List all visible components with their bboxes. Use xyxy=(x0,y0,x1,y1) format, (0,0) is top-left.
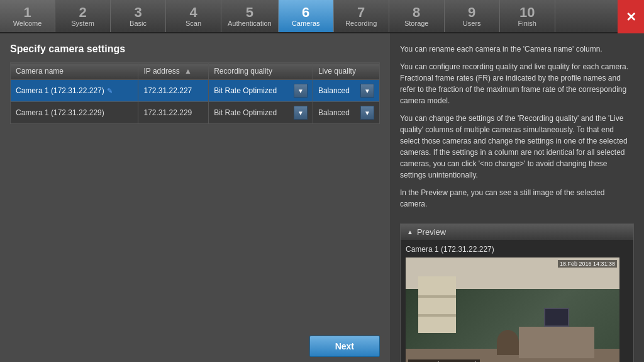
col-header-live-quality[interactable]: Live quality xyxy=(313,63,379,80)
main-content: Specify camera settings Camera name IP a… xyxy=(0,33,644,362)
preview-camera-title: Camera 1 (172.31.22.227) xyxy=(406,245,628,254)
nav-item-basic[interactable]: 3 Basic xyxy=(111,0,166,32)
recording-quality-dropdown-btn[interactable]: ▼ xyxy=(294,106,308,120)
edit-camera-name-icon[interactable]: ✎ xyxy=(107,87,113,95)
nav-num-finish: 10 xyxy=(519,6,535,20)
nav-num-cameras: 6 xyxy=(302,6,309,20)
nav-item-scan[interactable]: 4 Scan xyxy=(166,0,221,32)
close-button[interactable]: ✕ xyxy=(618,0,644,33)
nav-item-finish[interactable]: 10 Finish xyxy=(500,0,555,32)
live-quality-dropdown-btn[interactable]: ▼ xyxy=(360,84,374,98)
help-paragraph-1: You can rename each camera in the 'Camer… xyxy=(400,43,634,55)
cam-shelf-element xyxy=(418,276,456,333)
close-icon: ✕ xyxy=(626,9,636,25)
recording-quality-value: Bit Rate Optimized xyxy=(214,108,294,117)
preview-label: Preview xyxy=(417,227,446,237)
help-paragraph-4: In the Preview pane, you can see a still… xyxy=(400,187,634,210)
nav-label-users: Users xyxy=(463,20,481,27)
cam-chair-element xyxy=(497,330,519,355)
live-quality-cell: Balanced ▼ xyxy=(313,102,379,124)
help-text: You can rename each camera in the 'Camer… xyxy=(400,43,634,216)
nav-label-system: System xyxy=(71,20,94,27)
right-panel: You can rename each camera in the 'Camer… xyxy=(390,33,644,362)
nav-label-welcome: Welcome xyxy=(13,20,42,27)
nav-item-storage[interactable]: 8 Storage xyxy=(389,0,445,32)
live-quality-dropdown-btn[interactable]: ▼ xyxy=(360,106,374,120)
col-header-camera-name[interactable]: Camera name xyxy=(11,63,138,80)
table-row[interactable]: Camera 1 (172.31.22.227) ✎ 172.31.22.227… xyxy=(11,80,380,102)
sort-arrow-ip: ▲ xyxy=(184,67,192,76)
camera-table-wrapper: Camera name IP address ▲ Recording quali… xyxy=(10,62,380,124)
nav-num-basic: 3 xyxy=(134,6,142,20)
camera-table: Camera name IP address ▲ Recording quali… xyxy=(10,62,380,124)
camera-name-text: Camera 1 (172.31.22.229) xyxy=(16,108,104,117)
recording-quality-cell: Bit Rate Optimized ▼ xyxy=(209,102,313,124)
nav-label-recording: Recording xyxy=(345,20,377,27)
nav-label-finish: Finish xyxy=(518,20,536,27)
cam-monitor-element xyxy=(544,308,569,327)
nav-item-system[interactable]: 2 System xyxy=(55,0,111,32)
nav-num-auth: 5 xyxy=(246,6,253,20)
next-button[interactable]: Next xyxy=(309,336,380,357)
camera-name-cell: Camera 1 (172.31.22.229) xyxy=(11,102,138,124)
recording-quality-value: Bit Rate Optimized xyxy=(214,86,294,95)
ip-address-cell: 172.31.22.227 xyxy=(138,80,209,102)
left-panel: Specify camera settings Camera name IP a… xyxy=(0,33,390,362)
cam-desk-element xyxy=(519,327,594,358)
top-nav: 1 Welcome 2 System 3 Basic 4 Scan 5 Auth… xyxy=(0,0,644,33)
live-quality-cell: Balanced ▼ xyxy=(313,80,379,102)
left-panel-inner: Specify camera settings Camera name IP a… xyxy=(0,33,390,134)
nav-num-welcome: 1 xyxy=(23,6,31,20)
preview-header[interactable]: ▲ Preview xyxy=(401,224,633,240)
cam-timestamp: 18.Feb 2016 14:31:38 xyxy=(558,260,617,268)
nav-label-basic: Basic xyxy=(130,20,147,27)
live-quality-value: Balanced xyxy=(318,86,360,95)
nav-item-welcome[interactable]: 1 Welcome xyxy=(0,0,55,32)
col-header-ip[interactable]: IP address ▲ xyxy=(138,63,209,80)
col-header-recording-quality[interactable]: Recording quality xyxy=(209,63,313,80)
nav-item-users[interactable]: 9 Users xyxy=(445,0,500,32)
nav-label-auth: Authentication xyxy=(228,20,272,27)
nav-label-scan: Scan xyxy=(186,20,201,27)
recording-quality-cell: Bit Rate Optimized ▼ xyxy=(209,80,313,102)
ip-address-cell: 172.31.22.229 xyxy=(138,102,209,124)
nav-num-users: 9 xyxy=(468,6,475,20)
preview-body: Camera 1 (172.31.22.227) 18.Feb 2016 14:… xyxy=(401,240,633,362)
table-row[interactable]: Camera 1 (172.31.22.229) 172.31.22.229 B… xyxy=(11,102,380,124)
nav-num-scan: 4 xyxy=(189,6,197,20)
nav-item-authentication[interactable]: 5 Authentication xyxy=(221,0,279,32)
live-quality-value: Balanced xyxy=(318,108,360,117)
help-paragraph-3: You can change the settings of the 'Reco… xyxy=(400,113,634,181)
table-header-row: Camera name IP address ▲ Recording quali… xyxy=(11,63,380,80)
preview-collapse-icon: ▲ xyxy=(407,229,413,235)
page-title: Specify camera settings xyxy=(10,43,380,55)
nav-label-cameras: Cameras xyxy=(292,20,320,27)
recording-quality-dropdown-btn[interactable]: ▼ xyxy=(294,84,308,98)
help-paragraph-2: You can configure recording quality and … xyxy=(400,61,634,106)
nav-num-recording: 7 xyxy=(357,6,365,20)
camera-name-text: Camera 1 (172.31.22.227) xyxy=(16,86,104,95)
camera-preview-image: 18.Feb 2016 14:31:38 Camera 1 (172.31.22… xyxy=(406,257,619,362)
nav-label-storage: Storage xyxy=(404,20,429,27)
preview-section: ▲ Preview Camera 1 (172.31.22.227) 18.Fe… xyxy=(400,223,634,362)
camera-name-cell: Camera 1 (172.31.22.227) ✎ xyxy=(11,80,138,102)
nav-num-storage: 8 xyxy=(413,6,420,20)
nav-num-system: 2 xyxy=(79,6,86,20)
nav-item-cameras[interactable]: 6 Cameras xyxy=(279,0,334,32)
nav-item-recording[interactable]: 7 Recording xyxy=(334,0,389,32)
cam-label: Camera 1 (172.31.22.227) xyxy=(408,359,480,362)
bottom-bar: Next xyxy=(299,331,390,362)
